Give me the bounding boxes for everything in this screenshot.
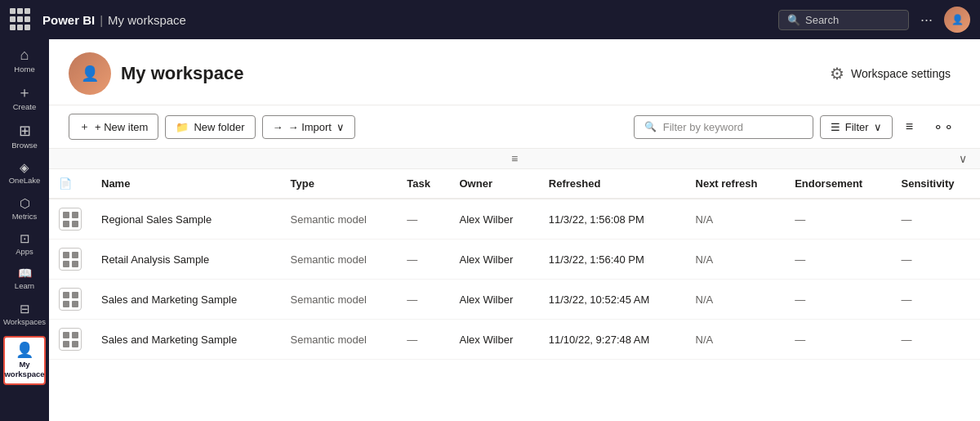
col-header-owner[interactable]: Owner	[449, 169, 538, 199]
table-row[interactable]: Regional Sales Sample Semantic model — A…	[49, 199, 980, 240]
top-nav-right: 🔍 Search ··· 👤	[778, 7, 970, 33]
row-icon-cell	[49, 199, 91, 240]
row-icon-cell	[49, 280, 91, 320]
row-sensitivity: —	[892, 199, 980, 240]
my-workspace-icon: 👤	[16, 343, 33, 357]
items-table: 📄 Name Type Task Owner Refreshed Next re…	[49, 169, 980, 360]
sidebar-item-learn[interactable]: 📖 Learn	[3, 262, 46, 295]
table-row[interactable]: Sales and Marketing Sample Semantic mode…	[49, 320, 980, 360]
row-type: Semantic model	[281, 320, 398, 360]
item-icon	[59, 208, 82, 231]
workspaces-icon: ⊟	[20, 302, 30, 315]
row-sensitivity: —	[892, 240, 980, 280]
row-sensitivity: —	[892, 320, 980, 360]
file-icon: 📄	[59, 177, 72, 190]
search-box[interactable]: 🔍 Search	[778, 10, 909, 30]
workspace-settings-button[interactable]: ⚙ Workspace settings	[820, 59, 960, 88]
new-folder-label: New folder	[194, 121, 244, 133]
filter-label: Filter	[845, 121, 869, 133]
row-refreshed: 11/10/22, 9:27:48 AM	[539, 320, 686, 360]
main-content: 👤 My workspace ⚙ Workspace settings ＋ + …	[49, 39, 980, 421]
sidebar-item-browse[interactable]: ⊞ Browse	[3, 119, 46, 155]
row-icon-cell	[49, 240, 91, 280]
row-endorsement: —	[785, 240, 891, 280]
dots-grid-icon	[63, 292, 78, 307]
row-next-refresh: N/A	[686, 280, 786, 320]
filter-button[interactable]: ☰ Filter ∨	[820, 115, 893, 139]
row-task: —	[397, 320, 449, 360]
item-icon	[59, 328, 82, 351]
dots-grid-icon	[63, 212, 78, 227]
sidebar-item-apps[interactable]: ⊡ Apps	[3, 227, 46, 261]
row-endorsement: —	[785, 320, 891, 360]
import-button[interactable]: → → Import ∨	[262, 115, 355, 139]
folder-icon: 📁	[176, 121, 189, 133]
filter-placeholder: Filter by keyword	[663, 121, 743, 133]
new-item-icon: ＋	[79, 119, 90, 134]
collapse-bar[interactable]: ≡ ∨	[49, 149, 980, 169]
search-icon: 🔍	[787, 14, 800, 26]
drag-handle-icon: ≡	[511, 152, 518, 165]
import-chevron-icon: ∨	[336, 121, 345, 133]
list-view-button[interactable]: ≡	[899, 114, 920, 139]
sidebar-item-create[interactable]: ＋ Create	[3, 80, 46, 116]
workspace-avatar: 👤	[69, 52, 111, 95]
home-icon: ⌂	[20, 47, 29, 62]
table-header: 📄 Name Type Task Owner Refreshed Next re…	[49, 169, 980, 199]
collapse-chevron-icon: ∨	[959, 152, 967, 165]
dots-grid-icon	[63, 252, 78, 267]
sidebar-item-onelake[interactable]: ◈ OneLake	[3, 156, 46, 190]
col-header-task[interactable]: Task	[397, 169, 449, 199]
app-launcher-button[interactable]	[10, 8, 33, 31]
col-header-next-refresh[interactable]: Next refresh	[686, 169, 786, 199]
dots-grid-icon	[63, 332, 78, 347]
workspace-settings-label: Workspace settings	[851, 67, 951, 80]
row-endorsement: —	[785, 199, 891, 240]
grid-view-button[interactable]: ⚬⚬	[926, 114, 960, 140]
table-row[interactable]: Sales and Marketing Sample Semantic mode…	[49, 280, 980, 320]
row-owner: Alex Wilber	[449, 320, 538, 360]
workspace-header: 👤 My workspace ⚙ Workspace settings	[49, 39, 980, 105]
workspace-title: My workspace	[121, 63, 820, 84]
col-header-icon: 📄	[49, 169, 91, 199]
new-item-button[interactable]: ＋ + New item	[69, 114, 158, 140]
main-layout: ⌂ Home ＋ Create ⊞ Browse ◈ OneLake ⬡ Met…	[0, 39, 980, 421]
row-name[interactable]: Regional Sales Sample	[91, 199, 281, 240]
row-name[interactable]: Sales and Marketing Sample	[91, 320, 281, 360]
row-icon-cell	[49, 320, 91, 360]
row-type: Semantic model	[281, 240, 398, 280]
table-row[interactable]: Retail Analysis Sample Semantic model — …	[49, 240, 980, 280]
sidebar-item-workspaces[interactable]: ⊟ Workspaces	[3, 298, 46, 331]
sidebar-item-metrics[interactable]: ⬡ Metrics	[3, 192, 46, 226]
col-header-refreshed[interactable]: Refreshed	[539, 169, 686, 199]
item-icon	[59, 288, 82, 311]
sidebar-item-home[interactable]: ⌂ Home	[3, 43, 46, 78]
brand-title: Power BI | My workspace	[42, 13, 186, 27]
sidebar-item-my-workspace[interactable]: 👤 My workspace	[3, 336, 46, 385]
nav-workspace-name: My workspace	[108, 13, 186, 27]
row-task: —	[397, 240, 449, 280]
row-name[interactable]: Sales and Marketing Sample	[91, 280, 281, 320]
col-header-endorsement[interactable]: Endorsement	[785, 169, 891, 199]
filter-search-icon: 🔍	[644, 121, 657, 132]
row-refreshed: 11/3/22, 1:56:08 PM	[539, 199, 686, 240]
filter-chevron-icon: ∨	[874, 121, 882, 133]
filter-lines-icon: ☰	[831, 121, 840, 133]
more-options-button[interactable]: ···	[915, 8, 938, 32]
search-placeholder: Search	[805, 14, 839, 26]
user-avatar[interactable]: 👤	[944, 7, 970, 33]
table-body: Regional Sales Sample Semantic model — A…	[49, 199, 980, 360]
browse-icon: ⊞	[19, 123, 31, 138]
col-header-sensitivity[interactable]: Sensitivity	[892, 169, 980, 199]
new-folder-button[interactable]: 📁 New folder	[165, 115, 255, 139]
row-type: Semantic model	[281, 199, 398, 240]
row-name[interactable]: Retail Analysis Sample	[91, 240, 281, 280]
apps-icon: ⊡	[20, 232, 30, 244]
col-header-type[interactable]: Type	[281, 169, 398, 199]
learn-icon: 📖	[18, 267, 32, 279]
keyword-filter-input[interactable]: 🔍 Filter by keyword	[634, 115, 813, 139]
col-header-name[interactable]: Name	[91, 169, 281, 199]
top-navigation: Power BI | My workspace 🔍 Search ··· 👤	[0, 0, 980, 39]
item-icon	[59, 248, 82, 271]
app-name: Power BI	[42, 13, 95, 27]
